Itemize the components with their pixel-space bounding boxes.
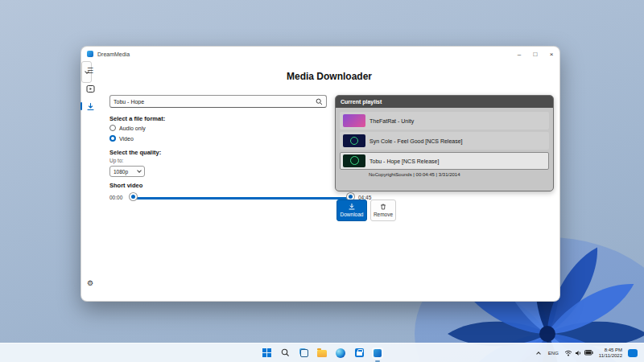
library-icon[interactable] bbox=[84, 82, 97, 95]
start-button[interactable] bbox=[261, 348, 272, 359]
language-label: ENG bbox=[548, 351, 559, 356]
task-view-icon bbox=[299, 348, 308, 357]
settings-gear-icon[interactable]: ⚙ bbox=[84, 277, 97, 290]
download-button[interactable]: Download bbox=[336, 200, 367, 221]
app-window: DreamMedia – □ × ☰ ⚙ Medi bbox=[80, 46, 560, 302]
sidebar: ☰ ⚙ bbox=[81, 61, 99, 301]
search-box bbox=[109, 95, 327, 108]
minimize-button[interactable]: – bbox=[511, 47, 527, 61]
store-icon bbox=[355, 348, 364, 357]
taskbar-search-button[interactable] bbox=[279, 348, 291, 359]
folder-icon bbox=[317, 350, 327, 357]
playlist-header: Current playlist bbox=[336, 96, 553, 108]
language-indicator[interactable]: ENG bbox=[548, 348, 559, 359]
quality-label: Select the quality: bbox=[109, 149, 161, 156]
hidden-icons-button[interactable] bbox=[535, 348, 543, 359]
playlist-body: TheFatRat - Unity Syn Cole - Feel Good [… bbox=[336, 108, 553, 181]
notification-center-button[interactable] bbox=[628, 348, 638, 359]
playlist-panel: Current playlist TheFatRat - Unity Syn C… bbox=[335, 95, 554, 191]
window-title: DreamMedia bbox=[97, 51, 130, 57]
window-controls: – □ × bbox=[511, 47, 559, 61]
radio-circle-selected bbox=[109, 135, 116, 142]
maximize-button[interactable]: □ bbox=[527, 47, 543, 61]
close-button[interactable]: × bbox=[543, 47, 559, 61]
page-title: Media Downloader bbox=[99, 71, 559, 82]
taskbar-app-dreammedia[interactable] bbox=[372, 348, 383, 359]
remove-button-label: Remove bbox=[374, 212, 393, 217]
taskbar-clock[interactable]: 8:45 PM 11/11/2022 bbox=[599, 348, 622, 359]
trim-slider-handle-start[interactable] bbox=[130, 193, 137, 200]
windows-logo-icon bbox=[262, 348, 271, 357]
app-icon bbox=[87, 51, 93, 57]
playlist-item-title: TheFatRat - Unity bbox=[369, 118, 414, 124]
download-nav-icon[interactable] bbox=[84, 100, 97, 113]
radio-circle bbox=[109, 125, 116, 131]
chevron-up-icon bbox=[536, 352, 541, 356]
trash-icon bbox=[380, 204, 386, 210]
quality-dropdown[interactable]: 1080p bbox=[109, 166, 145, 177]
radio-label: Audio only bbox=[119, 125, 146, 131]
titlebar[interactable]: DreamMedia – □ × bbox=[81, 47, 559, 61]
radio-label: Video bbox=[119, 136, 134, 142]
format-label: Select a file format: bbox=[109, 115, 165, 122]
radio-video[interactable]: Video bbox=[109, 135, 134, 142]
playlist-item[interactable]: Syn Cole - Feel Good [NCS Release] bbox=[340, 132, 549, 150]
playlist-item-meta: NoCopyrightSounds | 00:04:45 | 3/31/2014 bbox=[369, 172, 549, 177]
desktop: DreamMedia – □ × ☰ ⚙ Medi bbox=[0, 0, 644, 362]
download-button-label: Download bbox=[341, 212, 364, 217]
search-input[interactable] bbox=[110, 96, 316, 107]
library-icon bbox=[86, 84, 95, 93]
taskbar: ENG 8:45 PM 11/11/2022 bbox=[0, 343, 644, 362]
system-tray-icons[interactable] bbox=[564, 348, 593, 359]
quality-hint: Up to: bbox=[109, 158, 123, 163]
microsoft-store-button[interactable] bbox=[353, 348, 365, 359]
video-thumbnail bbox=[343, 134, 365, 147]
taskbar-tray: ENG 8:45 PM 11/11/2022 bbox=[535, 343, 644, 362]
video-thumbnail bbox=[343, 114, 365, 127]
notification-badge bbox=[628, 349, 638, 357]
search-icon[interactable] bbox=[316, 98, 323, 105]
playlist-item-title: Syn Cole - Feel Good [NCS Release] bbox=[369, 138, 463, 144]
radio-audio-only[interactable]: Audio only bbox=[109, 125, 146, 131]
playlist-item[interactable]: TheFatRat - Unity bbox=[340, 112, 549, 130]
task-view-button[interactable] bbox=[298, 348, 309, 359]
playlist-item-title: Tobu - Hope [NCS Release] bbox=[369, 158, 439, 164]
wifi-icon bbox=[564, 350, 572, 356]
chevron-down-icon bbox=[137, 168, 142, 173]
trim-slider-track[interactable] bbox=[133, 197, 352, 200]
file-explorer-button[interactable] bbox=[316, 348, 328, 359]
taskbar-center bbox=[261, 348, 383, 359]
quality-value: 1080p bbox=[114, 169, 128, 175]
edge-browser-button[interactable] bbox=[335, 348, 346, 359]
battery-icon bbox=[584, 350, 593, 356]
download-icon bbox=[349, 204, 355, 210]
download-icon bbox=[86, 102, 95, 111]
edge-icon bbox=[336, 348, 345, 358]
trim-start-value: 00:00 bbox=[109, 195, 122, 200]
remove-button[interactable]: Remove bbox=[370, 200, 396, 221]
search-icon bbox=[281, 348, 290, 357]
volume-icon bbox=[575, 350, 582, 356]
clock-time: 8:45 PM bbox=[605, 348, 622, 353]
dreammedia-app-icon bbox=[374, 349, 382, 357]
clock-date: 11/11/2022 bbox=[599, 353, 622, 359]
video-thumbnail bbox=[343, 154, 365, 167]
playlist-item-selected[interactable]: Tobu - Hope [NCS Release] bbox=[340, 152, 549, 170]
trim-label: Short video bbox=[109, 182, 142, 189]
